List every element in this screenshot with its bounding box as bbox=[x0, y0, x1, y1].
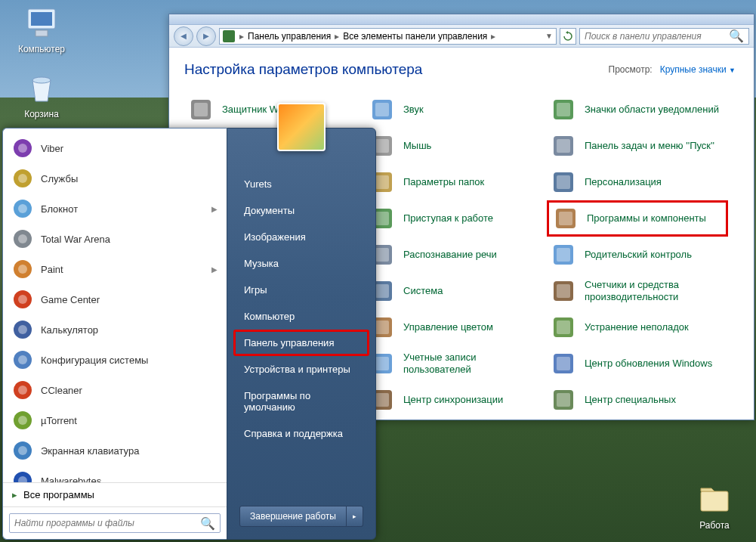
user-avatar[interactable] bbox=[277, 103, 326, 151]
start-program-item[interactable]: Конфигурация системы bbox=[5, 345, 225, 375]
svg-point-58 bbox=[18, 355, 27, 364]
cp-item[interactable]: Значки области уведомлений bbox=[547, 91, 728, 128]
program-label: Калькулятор bbox=[41, 324, 98, 336]
cp-item-label: Приступая к работе bbox=[403, 212, 493, 225]
search-input[interactable] bbox=[585, 31, 729, 42]
cp-item[interactable]: Устранение неполадок bbox=[547, 309, 728, 345]
cp-item[interactable]: Распознавание речи bbox=[366, 237, 547, 273]
update-icon bbox=[551, 352, 575, 376]
start-program-item[interactable]: Службы bbox=[5, 163, 225, 194]
cp-item[interactable]: Защитник Windows bbox=[184, 91, 366, 128]
nav-forward-button[interactable]: ► bbox=[196, 26, 216, 46]
cp-item[interactable]: Система bbox=[366, 273, 547, 309]
program-label: Paint bbox=[41, 264, 63, 275]
shutdown-button[interactable]: Завершение работы bbox=[239, 506, 347, 527]
personalize-icon bbox=[551, 170, 575, 194]
msconfig-icon bbox=[12, 349, 33, 370]
svg-point-50 bbox=[18, 234, 27, 243]
chevron-down-icon: ▼ bbox=[729, 67, 736, 74]
start-program-item[interactable]: Game Center bbox=[5, 284, 225, 314]
cp-item[interactable]: Центр синхронизации bbox=[366, 382, 547, 418]
desktop-icon-label: Работа bbox=[680, 520, 748, 531]
svg-rect-2 bbox=[35, 30, 48, 36]
program-label: Total War Arena bbox=[41, 234, 110, 245]
start-program-item[interactable]: µTorrent bbox=[5, 405, 225, 435]
start-right-item[interactable]: Программы по умолчанию bbox=[233, 382, 369, 420]
cp-item-label: Мышь bbox=[403, 140, 431, 152]
program-label: µTorrent bbox=[41, 415, 77, 426]
shutdown-options-button[interactable]: ▸ bbox=[347, 506, 363, 527]
chevron-right-icon: ▸ bbox=[238, 31, 245, 42]
start-right-item[interactable]: Устройства и принтеры bbox=[233, 356, 369, 382]
svg-rect-24 bbox=[375, 393, 389, 407]
cp-item[interactable]: Приступая к работе bbox=[366, 200, 547, 237]
cp-item[interactable]: Звук bbox=[366, 91, 547, 128]
svg-rect-14 bbox=[375, 212, 389, 225]
chevron-down-icon[interactable]: ▼ bbox=[545, 32, 553, 40]
twa-icon bbox=[12, 228, 33, 249]
desktop-icon-work[interactable]: Работа bbox=[680, 481, 748, 531]
start-menu-left-pane: ViberСлужбыБлокнот▶Total War ArenaPaint▶… bbox=[2, 128, 227, 540]
start-search-box[interactable]: 🔍 bbox=[9, 513, 221, 533]
start-right-item[interactable]: Панель управления bbox=[233, 330, 369, 356]
chevron-right-icon: ▸ bbox=[12, 489, 17, 500]
cp-item[interactable]: Панель задач и меню ''Пуск'' bbox=[547, 128, 728, 164]
nav-back-button[interactable]: ◄ bbox=[174, 26, 193, 46]
start-right-item[interactable]: Изображения bbox=[233, 224, 369, 250]
control-panel-icon bbox=[223, 30, 235, 42]
svg-rect-10 bbox=[375, 139, 389, 153]
troubleshoot-icon bbox=[551, 315, 575, 339]
start-right-item[interactable]: Компьютер bbox=[233, 303, 369, 330]
speaker-icon bbox=[370, 98, 394, 122]
cp-item[interactable]: Персонализация bbox=[547, 164, 728, 200]
calc-icon bbox=[12, 319, 33, 340]
start-right-item[interactable]: Музыка bbox=[233, 250, 369, 277]
address-bar[interactable]: ▸ Панель управления ▸ Все элементы панел… bbox=[219, 28, 557, 45]
desktop-icon-recycle-bin[interactable]: Корзина bbox=[8, 70, 76, 119]
start-program-item[interactable]: Total War Arena bbox=[5, 224, 225, 254]
start-right-item[interactable]: Документы bbox=[233, 197, 369, 224]
cp-item[interactable]: Программы и компоненты bbox=[547, 200, 728, 237]
cp-item[interactable]: Центр обновления Windows bbox=[547, 345, 728, 382]
svg-rect-1 bbox=[31, 12, 52, 26]
start-program-item[interactable]: Paint▶ bbox=[5, 254, 225, 284]
cp-item[interactable]: Счетчики и средства производительности bbox=[547, 273, 728, 309]
start-program-item[interactable]: Блокнот▶ bbox=[5, 194, 225, 224]
start-right-item[interactable]: Справка и поддержка bbox=[233, 420, 369, 447]
cp-item[interactable]: Центр специальных bbox=[547, 382, 728, 418]
start-search-input[interactable] bbox=[14, 518, 200, 528]
cp-item-label: Управление цветом bbox=[403, 321, 493, 333]
breadcrumb-segment[interactable]: Панель управления bbox=[245, 31, 333, 42]
cp-item[interactable]: Управление цветом bbox=[366, 309, 547, 345]
search-box[interactable]: 🔍 bbox=[579, 28, 749, 45]
svg-rect-4 bbox=[701, 491, 728, 511]
start-program-item[interactable]: CCleaner bbox=[5, 375, 225, 405]
start-program-item[interactable]: Калькулятор bbox=[5, 314, 225, 345]
cp-item-label: Устранение неполадок bbox=[585, 321, 689, 333]
start-program-item[interactable]: Viber bbox=[5, 133, 225, 163]
svg-point-56 bbox=[18, 325, 27, 334]
svg-point-64 bbox=[18, 446, 27, 455]
refresh-button[interactable] bbox=[560, 28, 576, 45]
view-dropdown[interactable]: Крупные значки ▼ bbox=[660, 64, 736, 75]
start-program-item[interactable]: Экранная клавиатура bbox=[5, 435, 225, 466]
view-selector: Просмотр: Крупные значки ▼ bbox=[609, 64, 736, 75]
start-right-item[interactable]: Yurets bbox=[233, 171, 369, 197]
window-titlebar[interactable] bbox=[169, 14, 754, 25]
cp-item[interactable]: Параметры папок bbox=[366, 164, 547, 200]
cp-item-label: Центр специальных bbox=[585, 394, 676, 406]
cp-item[interactable]: Мышь bbox=[366, 128, 547, 164]
svg-rect-32 bbox=[559, 212, 572, 225]
cp-item[interactable]: Родительский контроль bbox=[547, 237, 728, 273]
all-programs-button[interactable]: ▸ Все программы bbox=[3, 482, 227, 506]
start-program-item[interactable]: Malwarebytes bbox=[5, 466, 225, 482]
cp-item[interactable]: Учетные записи пользователей bbox=[366, 345, 547, 382]
desktop-icon-computer[interactable]: Компьютер bbox=[8, 5, 76, 54]
cp-item-label: Программы и компоненты bbox=[587, 212, 706, 225]
cp-item-label: Значки области уведомлений bbox=[585, 104, 719, 116]
program-label: Malwarebytes bbox=[41, 475, 101, 483]
svg-rect-28 bbox=[557, 139, 570, 153]
breadcrumb-segment[interactable]: Все элементы панели управления bbox=[341, 31, 489, 42]
start-right-item[interactable]: Игры bbox=[233, 277, 369, 303]
utorrent-icon bbox=[12, 410, 33, 431]
